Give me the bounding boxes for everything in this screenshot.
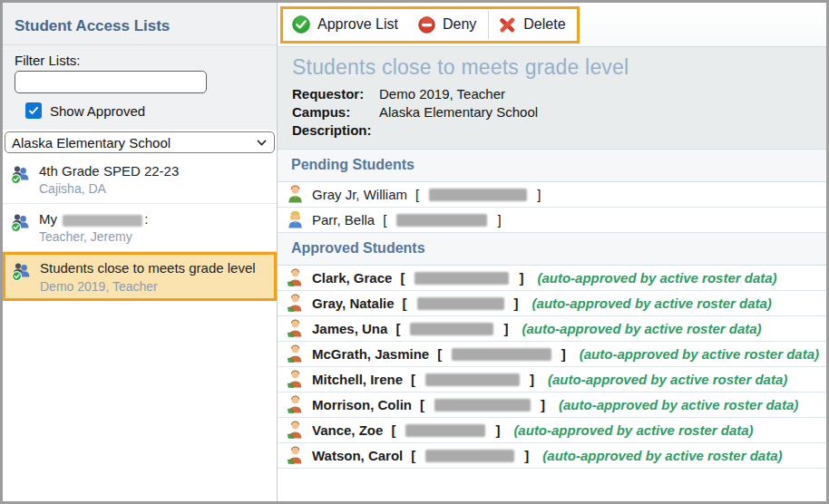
delete-button[interactable]: Delete <box>490 9 576 41</box>
approved-student-icon <box>287 394 304 413</box>
auto-approved-note: (auto-approved by active roster data) <box>559 397 798 412</box>
approved-student-icon <box>287 293 304 312</box>
icon-slot <box>287 184 304 206</box>
student-name: Morrison, Colin <box>312 397 412 412</box>
icon-slot <box>10 162 31 189</box>
redacted-student-id <box>405 424 485 437</box>
access-list-owner: Teacher, Jeremy <box>39 228 148 246</box>
student-row: Gray Jr, William [ ] <box>278 182 826 208</box>
delete-label: Delete <box>523 16 565 33</box>
approved-header-label: Approved Students <box>291 240 425 256</box>
student-name: Watson, Carol <box>312 448 403 463</box>
auto-approved-note: (auto-approved by active roster data) <box>513 422 753 438</box>
bracket-open: [ <box>403 296 407 311</box>
bracket-open: [ <box>411 448 415 463</box>
bracket-close: ] <box>561 346 566 362</box>
access-list-item[interactable]: Students close to meets grade level Demo… <box>3 252 277 301</box>
filter-area: Filter Lists: Show Approved <box>3 45 277 130</box>
student-name: Vance, Zoe <box>312 422 383 438</box>
redacted-student-id <box>414 272 509 285</box>
redacted-student-id <box>396 214 487 227</box>
filter-input[interactable] <box>15 71 207 93</box>
deny-label: Deny <box>443 16 476 33</box>
student-row: James, Una [ ] (auto-approved by active … <box>278 316 826 342</box>
list-detail-header: Students close to meets grade level Requ… <box>278 47 826 149</box>
approve-check-icon <box>291 15 311 34</box>
auto-approved-note: (auto-approved by active roster data) <box>580 346 819 362</box>
requestor-value: Demo 2019, Teacher <box>379 86 817 102</box>
bracket-close: ] <box>503 321 508 336</box>
access-list-owner: Cajisha, DA <box>39 180 179 198</box>
bracket-open: [ <box>400 270 405 286</box>
access-list-name: 4th Grade SPED 22-23 <box>39 162 179 180</box>
female-student-icon <box>287 209 304 228</box>
deny-button[interactable]: Deny <box>409 9 487 41</box>
toolbar-separator <box>488 11 489 39</box>
student-row: Mitchell, Irene [ ] (auto-approved by ac… <box>278 367 826 393</box>
access-list-owner: Demo 2019, Teacher <box>40 278 256 296</box>
icon-slot <box>287 394 304 416</box>
auto-approved-note: (auto-approved by active roster data) <box>542 448 782 463</box>
approved-students-list: Clark, Grace [ ] (auto-approved by activ… <box>278 266 826 469</box>
bracket-open: [ <box>411 372 415 387</box>
redacted-student-id <box>425 450 514 462</box>
student-row: Morrison, Colin [ ] (auto-approved by ac… <box>278 393 826 418</box>
auto-approved-note: (auto-approved by active roster data) <box>522 321 761 336</box>
bracket-open: [ <box>415 187 419 202</box>
approve-list-button[interactable]: Approve List <box>283 9 409 41</box>
redacted-student-id <box>417 297 504 310</box>
student-name: Gray, Natalie <box>312 296 395 311</box>
student-row: Clark, Grace [ ] (auto-approved by activ… <box>278 266 826 291</box>
icon-slot <box>11 259 32 286</box>
icon-slot <box>287 445 304 467</box>
redacted-student-id <box>429 189 527 201</box>
detail-panel: Approve List Deny Delete <box>278 3 826 501</box>
icon-slot <box>287 293 304 315</box>
icon-slot <box>287 267 304 289</box>
bracket-close: ] <box>537 187 541 202</box>
access-list-item[interactable]: 4th Grade SPED 22-23 Cajisha, DA <box>3 156 277 204</box>
male-student-icon <box>287 184 304 203</box>
auto-approved-note: (auto-approved by active roster data) <box>548 372 787 387</box>
campus-label: Campus: <box>292 104 379 120</box>
student-row: Watson, Carol [ ] (auto-approved by acti… <box>278 443 826 469</box>
access-list-item[interactable]: My : Teacher, Jeremy <box>3 204 277 252</box>
redacted-student-id <box>434 399 531 412</box>
redacted-student-id <box>452 348 551 361</box>
icon-slot <box>287 420 304 441</box>
campus-select[interactable]: Alaska Elementary School <box>5 131 275 153</box>
show-approved-label: Show Approved <box>50 103 145 119</box>
list-title: Students close to meets grade level <box>292 55 817 80</box>
access-list-group-icon <box>10 164 31 185</box>
student-name: James, Una <box>312 321 387 336</box>
bracket-close: ] <box>497 212 501 228</box>
pending-header-label: Pending Students <box>291 157 414 172</box>
icon-slot <box>287 344 304 365</box>
bracket-open: [ <box>391 422 395 438</box>
auto-approved-note: (auto-approved by active roster data) <box>537 270 776 286</box>
campus-select-value: Alaska Elementary School <box>12 135 171 150</box>
icon-slot <box>287 369 304 391</box>
icon-slot <box>287 209 304 231</box>
sidebar-top: Student Access Lists Filter Lists: Show … <box>3 3 277 130</box>
student-access-lists-window: Student Access Lists Filter Lists: Show … <box>0 0 829 504</box>
approved-student-icon <box>287 369 304 388</box>
approve-list-label: Approve List <box>317 16 398 33</box>
bracket-open: [ <box>395 321 400 336</box>
requestor-label: Requestor: <box>292 86 379 102</box>
toolbar-highlight-box: Approve List Deny Delete <box>280 6 580 44</box>
description-value <box>379 122 817 138</box>
bracket-close: ] <box>495 422 500 438</box>
toolbar: Approve List Deny Delete <box>278 3 826 47</box>
show-approved-checkbox[interactable] <box>25 102 42 119</box>
student-name: Clark, Grace <box>312 270 392 286</box>
bracket-open: [ <box>420 397 424 412</box>
approved-student-icon <box>287 344 304 363</box>
bracket-close: ] <box>514 296 519 311</box>
campus-value: Alaska Elementary School <box>379 104 817 120</box>
filter-label: Filter Lists: <box>15 53 265 68</box>
approved-student-icon <box>287 267 304 286</box>
show-approved-row: Show Approved <box>25 102 265 119</box>
access-list-group-icon <box>11 261 32 282</box>
empty-space <box>278 469 826 501</box>
